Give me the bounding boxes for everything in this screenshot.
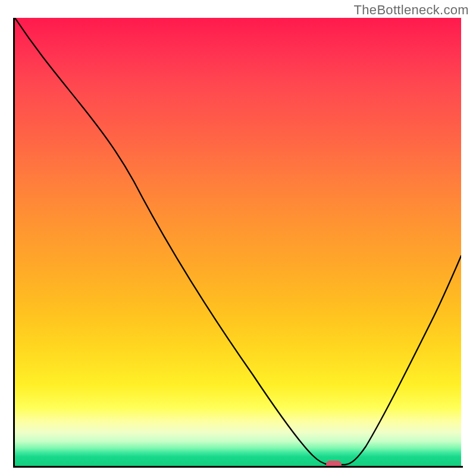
chart-svg <box>15 18 461 466</box>
bottleneck-curve <box>15 18 461 465</box>
optimal-marker <box>326 461 342 466</box>
watermark-text: TheBottleneck.com <box>354 2 469 18</box>
chart-plot-area <box>15 18 461 466</box>
